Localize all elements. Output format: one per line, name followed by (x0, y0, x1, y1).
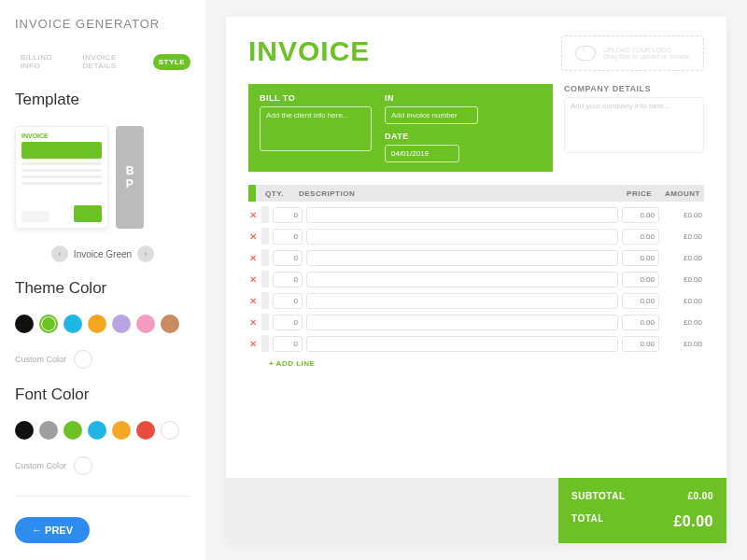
company-details-label: COMPANY DETAILS (564, 84, 704, 93)
line-price-input[interactable] (622, 272, 659, 287)
divider (15, 496, 190, 497)
line-qty-input[interactable] (273, 229, 303, 245)
theme-swatch[interactable] (39, 315, 58, 333)
invoice-paper: INVOICE UPLOAD YOUR LOGO Drag files to u… (226, 17, 726, 543)
theme-swatch[interactable] (112, 315, 131, 333)
font-swatch[interactable] (63, 421, 82, 440)
col-description: DESCRIPTION (293, 186, 611, 202)
font-custom-swatch[interactable] (74, 456, 92, 475)
line-price-input[interactable] (622, 315, 659, 330)
company-details-input[interactable] (564, 97, 704, 153)
line-qty-input[interactable] (273, 315, 303, 330)
totals-box: SUBTOTAL £0.00 TOTAL £0.00 (558, 478, 726, 543)
line-price-input[interactable] (622, 207, 659, 223)
line-qty-input[interactable] (273, 272, 303, 287)
font-swatch[interactable] (161, 421, 179, 440)
template-thumbnail-next[interactable]: BP (116, 126, 144, 229)
line-description-input[interactable] (306, 250, 618, 266)
section-theme-color-heading: Theme Color (15, 279, 190, 298)
delete-line-icon[interactable]: ✕ (248, 296, 258, 306)
invoice-number-label: IN (385, 93, 478, 103)
line-qty-input[interactable] (273, 207, 303, 223)
cloud-upload-icon (575, 46, 596, 61)
subtotal-value: £0.00 (687, 491, 713, 501)
upload-logo-line2: Drag files to upload or browse (603, 53, 690, 60)
add-line-button[interactable]: + ADD LINE (269, 359, 704, 368)
theme-swatch[interactable] (161, 315, 179, 333)
line-qty-input[interactable] (273, 250, 303, 266)
line-amount: £0.00 (663, 275, 704, 284)
section-font-color-heading: Font Color (15, 385, 190, 404)
date-input[interactable] (385, 145, 459, 162)
tabs: BILLING INFO INVOICE DETAILS STYLE (15, 49, 190, 74)
tab-billing-info[interactable]: BILLING INFO (15, 49, 73, 74)
theme-swatch[interactable] (136, 315, 155, 333)
font-swatch[interactable] (88, 421, 106, 440)
tab-invoice-details[interactable]: INVOICE DETAILS (77, 49, 148, 74)
total-label: TOTAL (571, 513, 604, 530)
line-qty-input[interactable] (273, 293, 303, 309)
invoice-number-input[interactable] (385, 106, 478, 124)
line-description-input[interactable] (306, 207, 618, 223)
drag-handle[interactable] (261, 249, 269, 266)
drag-handle[interactable] (261, 228, 269, 245)
line-amount: £0.00 (663, 254, 704, 262)
delete-line-icon[interactable]: ✕ (248, 253, 258, 263)
template-picker: INVOICE BP (15, 126, 190, 229)
font-swatch[interactable] (112, 421, 131, 440)
upload-logo-box[interactable]: UPLOAD YOUR LOGO Drag files to upload or… (561, 35, 704, 71)
line-item: ✕£0.00 (248, 271, 704, 287)
bill-to-input[interactable] (260, 106, 372, 151)
font-swatch[interactable] (136, 421, 155, 440)
template-thumbnail-selected[interactable]: INVOICE (15, 126, 108, 229)
line-items: ✕£0.00✕£0.00✕£0.00✕£0.00✕£0.00✕£0.00✕£0.… (248, 202, 704, 352)
font-swatch[interactable] (15, 421, 34, 440)
tab-style[interactable]: STYLE (153, 54, 190, 70)
col-amount: AMOUNT (657, 186, 704, 202)
line-price-input[interactable] (622, 293, 659, 309)
delete-line-icon[interactable]: ✕ (248, 274, 258, 285)
template-nav: ‹ Invoice Green › (15, 245, 190, 262)
date-label: DATE (385, 132, 478, 141)
line-description-input[interactable] (306, 293, 618, 309)
font-swatch[interactable] (39, 421, 58, 440)
main: INVOICE UPLOAD YOUR LOGO Drag files to u… (205, 0, 747, 560)
template-name: Invoice Green (74, 249, 132, 259)
company-details-box: COMPANY DETAILS (564, 84, 704, 172)
theme-swatch[interactable] (63, 315, 82, 333)
template-next-button[interactable]: › (137, 245, 154, 262)
drag-handle[interactable] (261, 292, 269, 309)
template-prev-button[interactable]: ‹ (51, 245, 68, 262)
drag-handle[interactable] (261, 335, 269, 352)
theme-custom-swatch[interactable] (74, 350, 92, 369)
delete-line-icon[interactable]: ✕ (248, 210, 258, 220)
line-description-input[interactable] (306, 229, 618, 245)
line-description-input[interactable] (306, 336, 618, 352)
prev-button[interactable]: ← PREV (15, 517, 90, 543)
line-amount: £0.00 (663, 340, 704, 348)
delete-line-icon[interactable]: ✕ (248, 339, 258, 349)
drag-handle[interactable] (261, 271, 269, 287)
theme-swatch[interactable] (15, 315, 34, 333)
line-items-header: QTY. DESCRIPTION PRICE AMOUNT (248, 185, 704, 202)
line-item: ✕£0.00 (248, 249, 704, 266)
line-description-input[interactable] (306, 315, 618, 330)
theme-swatch[interactable] (88, 315, 106, 333)
line-amount: £0.00 (663, 318, 704, 327)
theme-color-swatches (15, 315, 190, 333)
delete-line-icon[interactable]: ✕ (248, 231, 258, 242)
line-item: ✕£0.00 (248, 206, 704, 223)
line-price-input[interactable] (622, 229, 659, 245)
line-item: ✕£0.00 (248, 228, 704, 245)
line-price-input[interactable] (622, 250, 659, 266)
line-price-input[interactable] (622, 336, 659, 352)
sidebar: INVOICE GENERATOR BILLING INFO INVOICE D… (0, 0, 205, 560)
line-item: ✕£0.00 (248, 314, 704, 330)
theme-custom-row: Custom Color (15, 350, 190, 369)
delete-line-icon[interactable]: ✕ (248, 317, 258, 328)
bill-to-label: BILL TO (260, 93, 372, 103)
drag-handle[interactable] (261, 314, 269, 330)
line-qty-input[interactable] (273, 336, 303, 352)
drag-handle[interactable] (261, 206, 269, 223)
line-description-input[interactable] (306, 272, 618, 287)
